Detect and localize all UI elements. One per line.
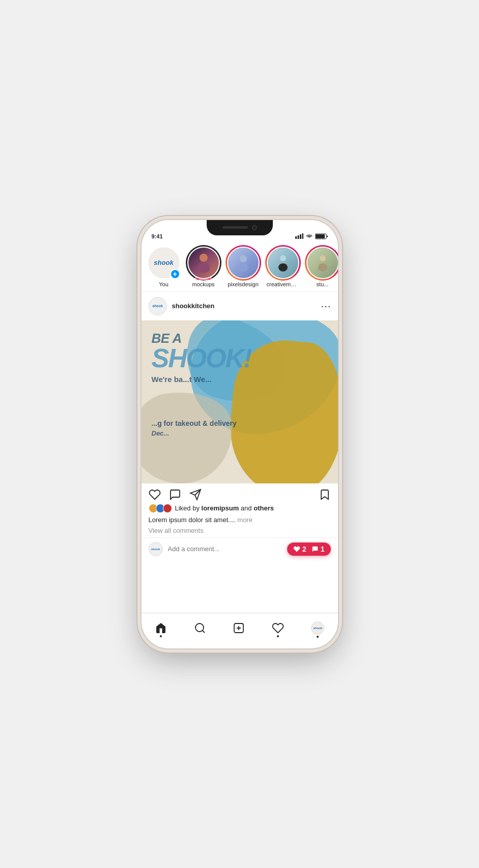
svg-point-12 — [320, 255, 326, 261]
svg-point-10 — [280, 255, 286, 261]
post-text-overlay: Be a SHOOK! We're ba...t We... ...g for … — [142, 320, 338, 483]
your-story-label: You — [159, 281, 168, 287]
studio-avatar — [306, 247, 338, 279]
nav-home[interactable] — [155, 622, 167, 634]
comment-avatar: shook — [149, 542, 163, 556]
overlay-sub-text: We're ba...t We... — [152, 375, 328, 384]
svg-line-17 — [202, 631, 204, 633]
action-icons-left — [149, 489, 202, 501]
story-item-you[interactable]: shook + You — [148, 247, 180, 287]
view-comments-link[interactable]: View all comments — [142, 526, 338, 537]
svg-point-13 — [318, 263, 327, 272]
bookmark-icon — [319, 489, 331, 501]
notif-comment-icon — [312, 546, 319, 553]
story-item-mockups[interactable]: LIVE mockups — [187, 247, 220, 287]
pixelsdesign-avatar — [227, 247, 260, 279]
search-icon — [194, 622, 206, 634]
like-avatar-3 — [163, 504, 172, 513]
story-item-pixelsdesign[interactable]: pixelsdesign — [227, 247, 260, 287]
mockups-avatar — [187, 247, 220, 279]
nav-search[interactable] — [194, 622, 206, 634]
camera — [252, 225, 257, 230]
studio-avatar-img — [307, 248, 338, 278]
overlay-date-text: Dec... — [152, 429, 328, 437]
stories-row: shook + You — [142, 242, 338, 292]
notch — [207, 220, 273, 235]
comment-icon — [169, 489, 181, 501]
liked-by-others: others — [253, 504, 274, 512]
story-item-creativemarket[interactable]: creativemarket — [267, 247, 299, 287]
post-avatar-logo: shook — [152, 304, 163, 308]
svg-point-6 — [200, 254, 208, 262]
pixelsdesign-label: pixelsdesign — [228, 281, 259, 287]
post-avatar[interactable]: shook — [149, 297, 167, 315]
caption-text: Lorem ipsum dolor sit amet.... — [149, 516, 236, 524]
nav-add[interactable] — [233, 622, 245, 634]
caption: Lorem ipsum dolor sit amet.... more — [142, 515, 338, 526]
home-icon — [155, 622, 167, 634]
phone-frame: 9:41 — [140, 219, 339, 649]
profile-avatar: shook — [311, 621, 324, 635]
your-story-avatar-wrap: shook + — [148, 247, 180, 279]
creativemarket-person-icon — [278, 254, 288, 272]
creativemarket-label: creativemarket — [267, 281, 299, 287]
svg-rect-3 — [302, 233, 303, 239]
comment-button[interactable] — [169, 489, 181, 501]
bottom-nav: shook — [142, 613, 338, 648]
mockups-avatar-wrap: LIVE — [187, 247, 220, 279]
post-header-left: shook shookkitchen — [149, 297, 215, 315]
heart-icon — [149, 489, 161, 501]
svg-rect-0 — [295, 236, 297, 239]
creativemarket-avatar — [267, 247, 299, 279]
your-story-logo: shook — [154, 259, 173, 266]
comment-avatar-logo: shook — [151, 548, 160, 551]
notif-heart-icon — [293, 546, 300, 553]
nav-profile[interactable]: shook — [311, 621, 324, 635]
svg-point-7 — [198, 263, 210, 273]
svg-rect-5 — [316, 234, 325, 238]
screen: 9:41 — [142, 220, 338, 648]
comments-notification: 1 — [312, 545, 325, 553]
pixelsdesign-avatar-img — [228, 248, 259, 278]
profile-active-dot — [317, 636, 319, 638]
post-username[interactable]: shookkitchen — [172, 302, 215, 310]
post-actions — [142, 483, 338, 504]
svg-rect-2 — [300, 234, 301, 239]
signal-icon — [295, 233, 303, 239]
nav-activity[interactable] — [272, 622, 284, 634]
creativemarket-avatar-wrap — [267, 247, 299, 279]
studio-avatar-wrap — [306, 247, 338, 279]
like-avatars — [149, 504, 172, 513]
bookmark-button[interactable] — [319, 489, 331, 501]
speaker — [222, 226, 248, 229]
mockups-avatar-img — [188, 248, 219, 278]
phone-wrapper: 9:41 — [133, 215, 347, 653]
activity-active-dot — [277, 635, 279, 637]
likes-text: Liked by loremipsum and others — [175, 504, 274, 512]
overlay-main-text: SHOOK! — [152, 346, 328, 370]
post-image: Be a SHOOK! We're ba...t We... ...g for … — [142, 320, 338, 483]
battery-icon — [315, 233, 328, 239]
pixelsdesign-avatar-wrap — [227, 247, 260, 279]
side-button-power — [338, 322, 339, 363]
add-icon — [233, 622, 245, 634]
notification-badge: 2 1 — [287, 542, 331, 556]
svg-rect-1 — [297, 235, 299, 239]
activity-heart-icon — [272, 622, 284, 634]
studio-label: stu... — [317, 281, 329, 287]
caption-more[interactable]: more — [237, 516, 252, 524]
pixelsdesign-person-icon — [238, 254, 248, 272]
share-button[interactable] — [189, 489, 202, 501]
profile-logo: shook — [313, 627, 322, 630]
status-icons — [295, 224, 328, 239]
svg-point-9 — [239, 264, 248, 272]
story-item-studio[interactable]: stu... — [306, 247, 338, 287]
creativemarket-avatar-img — [268, 248, 298, 278]
share-icon — [189, 489, 202, 501]
notif-comments-count: 1 — [321, 545, 325, 553]
liked-by-user[interactable]: loremipsum — [202, 504, 239, 512]
like-button[interactable] — [149, 489, 161, 501]
add-story-button[interactable]: + — [170, 269, 180, 279]
more-options-button[interactable]: ⋯ — [321, 301, 331, 311]
notif-likes-count: 2 — [302, 545, 306, 553]
